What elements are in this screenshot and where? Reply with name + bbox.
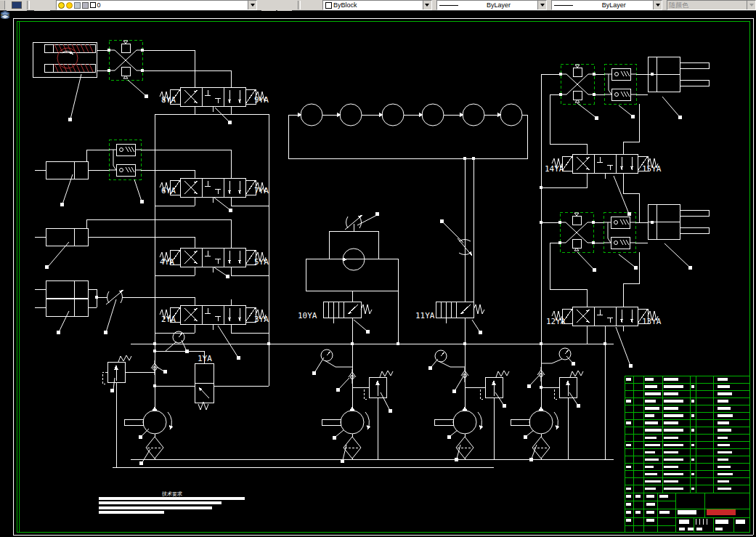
title-block (625, 493, 749, 532)
toolbar-separator (298, 1, 301, 9)
linetype-sample-icon (439, 5, 458, 6)
cylinder-row4a[interactable] (35, 280, 88, 298)
cylinder-top-right-a[interactable] (648, 57, 709, 74)
linetype-value: ByLayer (458, 1, 538, 9)
valve-6ya-7ya[interactable] (160, 172, 266, 203)
cylinder-mid-right-a[interactable] (648, 204, 709, 222)
cylinder-row2[interactable] (35, 161, 88, 179)
linetype-combo[interactable]: ByLayer (436, 0, 548, 10)
pump-1[interactable] (124, 406, 173, 434)
clamp-fixture[interactable] (33, 42, 97, 77)
layer-combo[interactable]: 0 (56, 0, 258, 10)
named-view-button[interactable] (7, 0, 27, 11)
color-value: ByBlock (332, 1, 423, 9)
leader-lines (45, 74, 692, 465)
paper-border (13, 18, 753, 535)
label-10ya: 10YA (298, 311, 317, 320)
layer-on-icon[interactable] (58, 2, 65, 9)
filter-3[interactable] (456, 437, 473, 459)
valve-4ya-5ya[interactable] (160, 242, 266, 272)
linetype-combo-arrow[interactable] (537, 1, 546, 9)
filter-1[interactable] (146, 437, 163, 459)
color-swatch-icon (325, 2, 332, 9)
cylinder-mid-right-b[interactable] (648, 222, 709, 239)
label-5ya: 5YA (254, 257, 269, 267)
toolbar: 0 ByBlock ByLayer ByLayer 随颜色 (0, 0, 756, 11)
title-block-black-cell (675, 493, 704, 509)
valve-10ya[interactable] (323, 296, 372, 323)
technical-requirements: 技术要求 (99, 491, 245, 514)
color-combo[interactable]: ByBlock (322, 0, 432, 10)
label-9ya: 9YA (254, 95, 269, 105)
valve-8ya-9ya[interactable] (160, 81, 266, 112)
valve-11ya[interactable] (436, 296, 484, 323)
throttle-row4[interactable] (106, 290, 123, 304)
throttle-module-top-right[interactable] (604, 64, 636, 104)
layer-combo-arrow[interactable] (248, 1, 256, 9)
lineweight-combo-arrow[interactable] (653, 1, 662, 9)
relief-valve-1[interactable] (102, 355, 131, 384)
color-combo-arrow[interactable] (423, 1, 431, 9)
layer-color-swatch (90, 2, 96, 8)
parts-list-table (625, 376, 749, 493)
lineweight-sample-icon (554, 5, 573, 6)
plotstyle-combo-arrow (747, 1, 755, 9)
pump-2[interactable] (322, 406, 370, 434)
toolbar-button-partial[interactable] (0, 1, 5, 9)
plotstyle-combo: 随颜色 (667, 0, 756, 10)
relief-valve-3[interactable] (480, 371, 509, 399)
rotary-units-chain[interactable] (288, 104, 527, 302)
layer-name: 0 (96, 1, 248, 9)
label-2ya: 2YA (161, 315, 176, 324)
layer-previous-button[interactable] (277, 0, 292, 11)
crossover-module-top-left[interactable] (107, 40, 144, 80)
layer-freeze-icon[interactable] (66, 2, 73, 9)
label-8ya: 8YA (161, 95, 176, 105)
tech-requirements-title: 技术要求 (161, 491, 182, 497)
label-3ya: 3YA (254, 315, 269, 324)
drawing-title-red-text (707, 509, 736, 515)
filter-2[interactable] (344, 437, 361, 459)
pressure-gauge-4[interactable] (559, 348, 571, 360)
valve-14ya-15ya[interactable] (552, 148, 658, 179)
drawing-frame (17, 21, 749, 532)
label-14ya: 14YA (545, 164, 564, 174)
relief-valve-4[interactable] (554, 371, 583, 399)
label-15ya: 15YA (642, 164, 662, 174)
toolbar-separator (27, 1, 30, 9)
crossover-module-top-right[interactable] (559, 64, 596, 104)
valve-1ya[interactable] (195, 363, 214, 410)
label-12ya: 12YA (546, 317, 566, 326)
cylinder-row4b[interactable] (35, 299, 88, 316)
label-6ya: 6YA (161, 186, 176, 195)
make-object-layer-current-button[interactable] (261, 0, 276, 11)
valve-labels: 8YA 9YA 6YA 7YA 4YA 5YA 2YA 3YA 10YA 11Y… (160, 95, 662, 363)
drawing-canvas[interactable]: 8YA 9YA 6YA 7YA 4YA 5YA 2YA 3YA 10YA 11Y… (0, 10, 756, 537)
cylinder-row3[interactable] (35, 228, 88, 246)
label-4ya: 4YA (160, 257, 174, 267)
crossover-module-mid-right[interactable] (558, 212, 595, 252)
lineweight-combo[interactable]: ByLayer (551, 0, 662, 10)
label-11ya: 11YA (415, 311, 435, 320)
label-1ya: 1YA (198, 354, 212, 363)
lineweight-value: ByLayer (573, 1, 653, 9)
plotstyle-value: 随颜色 (667, 1, 747, 9)
label-7ya: 7YA (254, 186, 269, 195)
layer-previous-icon (0, 10, 10, 19)
throttle-module-mid-right[interactable] (603, 212, 635, 252)
layer-plot-icon[interactable] (82, 2, 89, 9)
layer-lock-icon[interactable] (74, 2, 81, 9)
pump-4[interactable] (511, 406, 559, 434)
throttle-module-row2[interactable] (109, 140, 141, 179)
valve-12ya-13ya[interactable] (552, 301, 658, 331)
filter-4[interactable] (532, 437, 550, 459)
valve-2ya-3ya[interactable] (160, 299, 266, 330)
cylinder-top-right-b[interactable] (648, 74, 709, 92)
label-13ya: 13YA (642, 317, 662, 326)
view-icon (12, 1, 22, 9)
layers-dialog-button[interactable] (34, 0, 50, 11)
pump-3[interactable] (434, 406, 483, 434)
relief-valve-2[interactable] (364, 371, 393, 399)
